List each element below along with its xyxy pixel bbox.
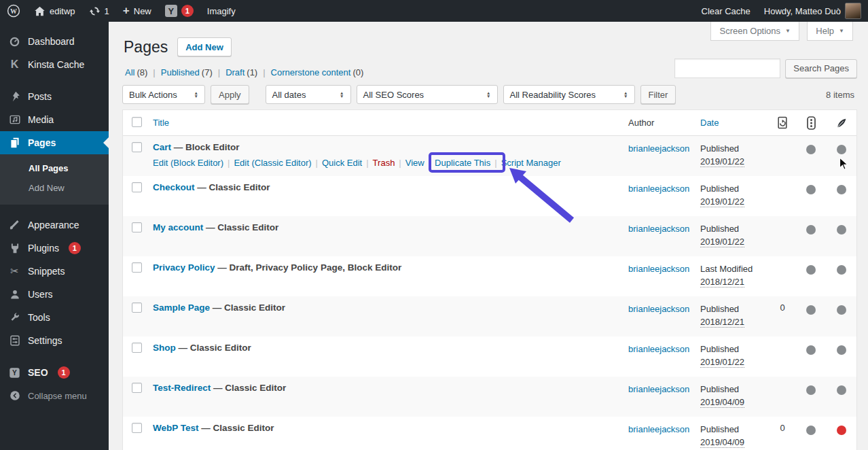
- sidebar-item-collapse-menu[interactable]: Collapse menu: [0, 384, 109, 407]
- select-arrows-icon: ▲▼: [486, 91, 490, 99]
- sidebar-item-settings[interactable]: Settings: [0, 329, 109, 352]
- post-status: Last Modified: [700, 264, 753, 274]
- sidebar-item-all-pages[interactable]: All Pages: [0, 158, 109, 178]
- sidebar-item-seo[interactable]: Y SEO 1: [0, 361, 109, 384]
- author-link[interactable]: brianleejackson: [628, 262, 693, 275]
- edit-block-editor-link[interactable]: Edit (Block Editor): [153, 158, 223, 168]
- select-arrows-icon: ▲▼: [623, 91, 628, 99]
- script-manager-link[interactable]: Script Manager: [501, 158, 561, 168]
- page-title-link[interactable]: WebP Test: [153, 423, 199, 433]
- view-filter-published[interactable]: Published(7): [161, 67, 225, 77]
- author-link[interactable]: brianleejackson: [628, 222, 693, 235]
- seo-score-dot: [806, 185, 816, 194]
- quick-edit-link[interactable]: Quick Edit: [322, 158, 362, 168]
- search-pages-button[interactable]: Search Pages: [785, 59, 857, 78]
- search-box: Search Pages: [674, 58, 857, 78]
- sidebar-item-snippets[interactable]: ✂ Snippets: [0, 260, 109, 283]
- post-date: 2019/01/22: [700, 237, 744, 247]
- seo-score-column-icon: [807, 116, 816, 130]
- pages-submenu: All Pages Add New: [0, 154, 109, 205]
- screen-options-tab[interactable]: Screen Options ▼: [710, 22, 799, 41]
- page-title-link[interactable]: Checkout: [153, 182, 195, 192]
- sidebar-item-dashboard[interactable]: Dashboard: [0, 30, 109, 53]
- author-link[interactable]: brianleejackson: [628, 302, 693, 315]
- view-link[interactable]: View: [405, 158, 424, 168]
- author-link[interactable]: brianleejackson: [628, 423, 693, 436]
- post-status: Published: [700, 224, 739, 234]
- author-link[interactable]: brianleejackson: [628, 182, 693, 195]
- row-checkbox[interactable]: [132, 182, 142, 192]
- imagify-label: Imagify: [207, 6, 236, 16]
- updates-menu[interactable]: 1: [82, 0, 116, 22]
- home-icon: [34, 5, 46, 17]
- view-filter-cornerstone[interactable]: Cornerstone content(0): [271, 67, 364, 77]
- sidebar-item-users[interactable]: Users: [0, 283, 109, 306]
- column-header-title[interactable]: Title: [153, 118, 169, 128]
- help-tab[interactable]: Help ▼: [807, 22, 853, 41]
- page-title-link[interactable]: My account: [153, 222, 203, 232]
- row-checkbox[interactable]: [132, 423, 142, 433]
- post-state: — Block Editor: [171, 142, 240, 152]
- row-checkbox[interactable]: [132, 302, 142, 313]
- add-new-button[interactable]: Add New: [177, 37, 232, 56]
- redirect-count: 0: [780, 423, 784, 433]
- sidebar-item-posts[interactable]: Posts: [0, 85, 109, 108]
- seo-score-dot: [806, 345, 816, 355]
- page-title-link[interactable]: Privacy Policy: [153, 262, 215, 273]
- main-content: Screen Options ▼ Help ▼ Pages Add New Se…: [109, 22, 868, 450]
- sidebar-item-pages[interactable]: Pages: [0, 131, 109, 154]
- author-link[interactable]: brianleejackson: [628, 343, 693, 356]
- brush-icon: [8, 220, 21, 230]
- post-state: — Classic Editor: [210, 302, 285, 313]
- page-title-link[interactable]: Test-Redirect: [153, 383, 211, 393]
- my-account-menu[interactable]: Howdy, Matteo Duò: [757, 0, 868, 22]
- page-title-link[interactable]: Shop: [153, 343, 176, 353]
- sidebar-item-plugins[interactable]: Plugins 1: [0, 237, 109, 260]
- page-title-link[interactable]: Sample Page: [153, 302, 210, 313]
- filter-button[interactable]: Filter: [640, 85, 676, 104]
- trash-link[interactable]: Trash: [373, 158, 395, 168]
- duplicate-this-link[interactable]: Duplicate This: [435, 158, 490, 168]
- clear-cache-button[interactable]: Clear Cache: [695, 0, 757, 22]
- view-filter-all[interactable]: All(8): [125, 67, 161, 77]
- sidebar-item-appearance[interactable]: Appearance: [0, 213, 109, 237]
- svg-text:W: W: [10, 7, 17, 15]
- post-state: — Classic Editor: [211, 383, 286, 393]
- select-all-checkbox[interactable]: [132, 117, 142, 127]
- row-checkbox[interactable]: [132, 262, 142, 273]
- page-title-link[interactable]: Cart: [153, 142, 171, 152]
- edit-classic-editor-link[interactable]: Edit (Classic Editor): [234, 158, 311, 168]
- author-link[interactable]: brianleejackson: [628, 142, 693, 155]
- author-link[interactable]: brianleejackson: [628, 383, 693, 396]
- yoast-notifications-menu[interactable]: Y 1: [158, 0, 200, 22]
- dates-filter-select[interactable]: All dates ▲▼: [266, 85, 351, 104]
- post-status: Published: [700, 344, 739, 354]
- imagify-menu[interactable]: Imagify: [200, 0, 242, 22]
- row-checkbox[interactable]: [132, 142, 142, 152]
- sidebar-item-kinsta-cache[interactable]: K Kinsta Cache: [0, 53, 109, 76]
- admin-bar: W editwp 1 + New Y 1 Imagify Clea: [0, 0, 868, 22]
- table-row: Privacy Policy — Draft, Privacy Policy P…: [123, 256, 856, 296]
- sidebar-item-media[interactable]: Media: [0, 108, 109, 131]
- table-row: Shop — Classic Editor brianleejackson Pu…: [123, 336, 856, 377]
- sidebar-item-tools[interactable]: Tools: [0, 306, 109, 329]
- new-label: New: [134, 6, 151, 16]
- new-content-menu[interactable]: + New: [116, 0, 158, 22]
- apply-button[interactable]: Apply: [211, 85, 249, 104]
- readability-score-dot: [837, 145, 846, 154]
- view-filter-draft[interactable]: Draft(1): [225, 67, 270, 77]
- post-state: — Classic Editor: [176, 343, 251, 353]
- bulk-actions-select[interactable]: Bulk Actions ▲▼: [122, 85, 205, 104]
- howdy-text: Howdy, Matteo Duò: [764, 6, 841, 16]
- sidebar-item-add-new[interactable]: Add New: [0, 178, 109, 198]
- wordpress-menu[interactable]: W: [0, 0, 27, 22]
- readability-scores-filter-select[interactable]: All Readability Scores ▲▼: [503, 85, 635, 104]
- yoast-seo-icon: Y: [8, 367, 21, 379]
- column-header-date[interactable]: Date: [700, 118, 719, 128]
- seo-scores-filter-select[interactable]: All SEO Scores ▲▼: [357, 85, 498, 104]
- row-checkbox[interactable]: [132, 343, 142, 353]
- site-name-menu[interactable]: editwp: [27, 0, 82, 22]
- row-checkbox[interactable]: [132, 222, 142, 232]
- row-checkbox[interactable]: [132, 383, 142, 393]
- search-input[interactable]: [674, 58, 780, 78]
